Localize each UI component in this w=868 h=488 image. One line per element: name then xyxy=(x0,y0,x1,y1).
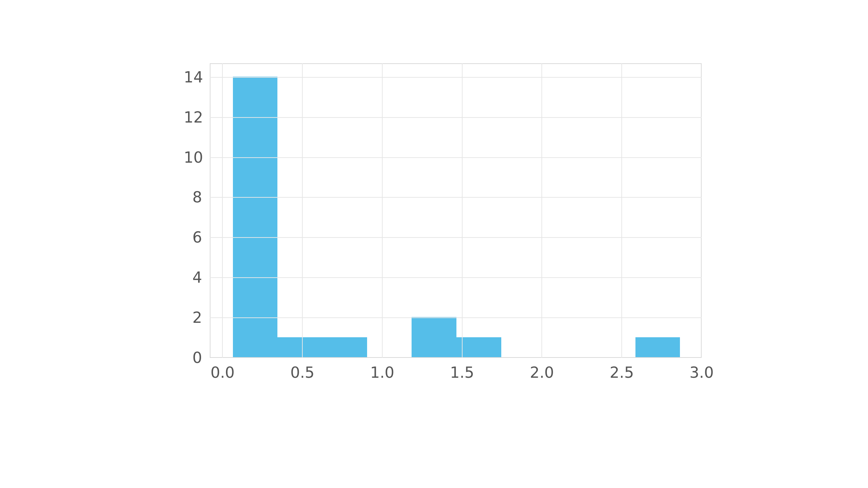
x-tick-label: 3.0 xyxy=(690,365,714,380)
histogram-bar xyxy=(412,317,456,357)
chart-canvas: 0.00.51.01.52.02.53.0 02468101214 xyxy=(0,0,868,488)
x-tick-label: 0.0 xyxy=(210,365,235,380)
x-tick-label: 1.0 xyxy=(370,365,394,380)
grid-hline xyxy=(210,157,702,158)
histogram-bar xyxy=(322,337,367,357)
grid-hline xyxy=(210,117,702,118)
x-tick-label: 2.5 xyxy=(610,365,634,380)
y-tick-label: 10 xyxy=(184,150,201,165)
histogram-bar xyxy=(233,77,278,357)
x-tick-label: 1.5 xyxy=(450,365,474,380)
grid-hline xyxy=(210,77,702,78)
grid-hline xyxy=(210,317,702,318)
histogram-bar xyxy=(456,337,501,357)
y-tick-label: 14 xyxy=(184,70,201,85)
grid-vline xyxy=(462,63,463,358)
grid-vline xyxy=(621,63,622,358)
y-tick-label: 6 xyxy=(192,230,201,245)
y-tick-label: 12 xyxy=(184,110,201,125)
grid-hline xyxy=(210,197,702,198)
grid-vline xyxy=(302,63,303,358)
y-tick-label: 4 xyxy=(192,270,201,285)
histogram-bar xyxy=(277,337,322,357)
grid-vline xyxy=(222,63,223,358)
y-tick-label: 2 xyxy=(192,310,201,325)
histogram-bar xyxy=(635,337,680,357)
x-tick-label: 0.5 xyxy=(290,365,315,380)
grid-hline xyxy=(210,277,702,278)
y-tick-label: 8 xyxy=(192,190,201,205)
plot-area xyxy=(210,63,702,358)
grid-vline xyxy=(541,63,542,358)
grid-hline xyxy=(210,237,702,238)
y-tick-label: 0 xyxy=(192,350,201,365)
grid-vline xyxy=(382,63,383,358)
x-tick-label: 2.0 xyxy=(530,365,554,380)
